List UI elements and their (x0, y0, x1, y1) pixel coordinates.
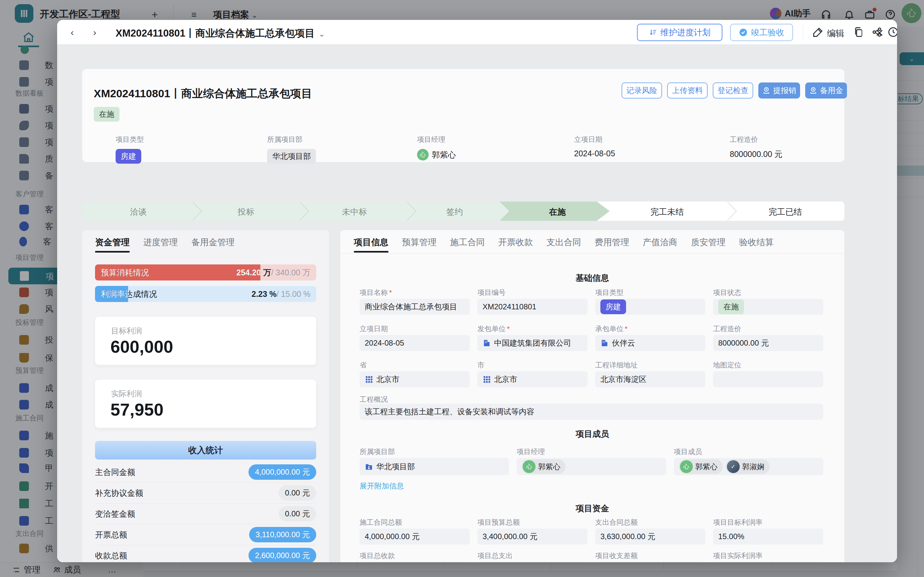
field-project-code[interactable]: XM2024110801 (477, 299, 587, 315)
stage-negotiation[interactable]: 洽谈 (130, 206, 147, 218)
list-item: 开票总额3,110,000.00 元 (95, 524, 316, 545)
tab-quality-safety[interactable]: 质安管理 (691, 237, 726, 248)
forward-button[interactable]: › (93, 27, 96, 38)
summary-field-manager: 项目经理 心郭紫心 (417, 135, 456, 160)
back-button[interactable]: ‹ (71, 27, 74, 38)
project-summary-card: XM2024110801丨商业综合体施工总承包项目 在施 项目类型 房建 所属项… (82, 69, 844, 162)
completion-acceptance-button[interactable]: 竣工验收 (730, 24, 793, 41)
folder-icon (365, 463, 373, 471)
stage-done-settled[interactable]: 完工已结 (769, 206, 802, 218)
field-start-date[interactable]: 2024-08-05 (360, 335, 470, 351)
section-members: 项目成员 (340, 429, 844, 440)
stage-not-won[interactable]: 未中标 (342, 206, 367, 218)
field-manager[interactable]: 心郭紫心 (517, 458, 666, 475)
field-expense-contract-total[interactable]: 3,630,000.00 元 (595, 529, 705, 545)
type-badge: 房建 (116, 149, 141, 164)
field-project-cost[interactable]: 8000000.00 元 (713, 335, 823, 351)
coin-icon (809, 86, 818, 95)
stage-done-unsettled[interactable]: 完工未结 (650, 206, 684, 218)
field-project-type[interactable]: 房建 (595, 299, 705, 315)
field-total-received[interactable]: 2,600,000.00 元 (360, 562, 470, 562)
list-item: 变洽签金额0.00 元 (95, 503, 316, 524)
project-detail-modal: ‹ › XM2024110801丨商业综合体施工总承包项目⌄ 维护进度计划 竣工… (57, 20, 897, 562)
field-balance[interactable]: 57,950.00 元 (595, 562, 705, 562)
finance-panel: 资金管理 进度管理 备用金管理 预算消耗情况254.20 万 / 340.00 … (82, 230, 329, 562)
member-chip: 心郭紫心 (522, 459, 565, 474)
edit-button[interactable]: 编辑 (827, 27, 844, 39)
avatar: ✓ (727, 460, 740, 473)
stage-in-construction[interactable]: 在施 (549, 206, 566, 218)
petty-cash-button[interactable]: 备用金 (805, 82, 847, 98)
copy-icon[interactable] (853, 26, 864, 38)
divider (803, 25, 803, 39)
tab-project-info[interactable]: 项目信息 (354, 237, 389, 248)
divider (862, 25, 862, 39)
record-risk-button[interactable]: 记录风险 (622, 82, 662, 98)
field-contract-total[interactable]: 4,000,000.00 元 (360, 529, 470, 545)
badge-check-icon (739, 28, 748, 37)
tab-construction-contract[interactable]: 施工合同 (450, 237, 485, 248)
maintain-schedule-button[interactable]: 维护进度计划 (637, 24, 722, 41)
stage-signed[interactable]: 签约 (446, 206, 463, 218)
register-inspection-button[interactable]: 登记检查 (713, 82, 753, 98)
tab-budget[interactable]: 预算管理 (402, 237, 437, 248)
stage-bidding[interactable]: 投标 (237, 206, 254, 218)
field-map-location[interactable] (713, 371, 823, 387)
tab-funds[interactable]: 资金管理 (95, 237, 130, 248)
sort-icon (649, 28, 657, 37)
list-item: 主合同金额4,000,000.00 元 (95, 462, 316, 482)
grid-icon (365, 375, 373, 384)
amount-pill: 2,600,000.00 元 (248, 548, 316, 562)
section-funds: 项目资金 (340, 503, 844, 514)
field-address[interactable]: 北京市海淀区 (595, 371, 705, 387)
project-info-panel: 项目信息 预算管理 施工合同 开票收款 支出合同 费用管理 产值洽商 质安管理 … (340, 230, 844, 562)
modal-header: ‹ › XM2024110801丨商业综合体施工总承包项目⌄ 维护进度计划 竣工… (57, 20, 897, 44)
summary-field-cost: 工程造价 8000000.00 元 (730, 135, 782, 160)
avatar: 心 (680, 460, 693, 473)
budget-consumption-bar: 预算消耗情况254.20 万 / 340.00 万 预算消耗情况254.20 万… (95, 264, 316, 280)
field-contractor[interactable]: 伙伴云 (595, 335, 705, 351)
tab-progress[interactable]: 进度管理 (143, 237, 178, 248)
tab-acceptance-settlement[interactable]: 验收结算 (739, 237, 774, 248)
project-title: XM2024110801丨商业综合体施工总承包项目 (94, 86, 312, 101)
field-total-paid[interactable]: 2,542,050.00 元 (477, 562, 587, 562)
tab-petty-cash[interactable]: 备用金管理 (191, 237, 235, 248)
field-members[interactable]: 心郭紫心 ✓郭淑娴 (674, 458, 823, 475)
income-stats-button[interactable]: 收入统计 (95, 441, 316, 459)
member-chip: ✓郭淑娴 (726, 459, 769, 474)
history-clock-icon[interactable] (887, 26, 897, 38)
field-target-profit-rate[interactable]: 15.00% (713, 529, 823, 545)
profit-rate-bar: 利润率达成情况2.23 % / 15.00 % 利润率达成情况 (95, 286, 316, 302)
summary-field-type: 项目类型 房建 (116, 135, 144, 164)
field-city[interactable]: 北京市 (477, 371, 587, 387)
chevron-down-icon: ⌄ (318, 29, 325, 38)
tab-expense-contract[interactable]: 支出合同 (547, 237, 581, 248)
edit-pencil-icon[interactable] (812, 26, 824, 38)
field-project-status[interactable]: 在施 (713, 299, 823, 315)
avatar: 心 (417, 149, 429, 160)
member-chip: 心郭紫心 (679, 459, 723, 474)
stage-stepper[interactable]: 洽谈 投标 未中标 签约 在施 完工未结 完工已结 (82, 201, 844, 221)
field-province[interactable]: 北京市 (360, 371, 470, 387)
summary-field-dept: 所属项目部 华北项目部 (267, 135, 316, 164)
field-budget-total[interactable]: 3,400,000.00 元 (477, 529, 587, 545)
close-icon[interactable]: ✕ (875, 27, 884, 39)
upload-files-button[interactable]: 上传资料 (667, 82, 708, 98)
tab-fees[interactable]: 费用管理 (595, 237, 629, 248)
actual-profit-card: 实际利润 57,950 (95, 380, 316, 428)
overview-label: 工程概况 (360, 395, 388, 405)
field-project-overview[interactable]: 该工程主要包括土建工程、设备安装和调试等内容 (360, 404, 823, 420)
expand-extra-info-link[interactable]: 展开附加信息 (360, 481, 404, 491)
field-client[interactable]: 中国建筑集团有限公司 (477, 335, 587, 351)
submit-expense-button[interactable]: 提报销 (758, 82, 800, 98)
modal-body: XM2024110801丨商业综合体施工总承包项目 在施 项目类型 房建 所属项… (57, 44, 897, 562)
modal-title[interactable]: XM2024110801丨商业综合体施工总承包项目⌄ (116, 27, 325, 40)
target-profit-card: 目标利润 600,000 (95, 317, 316, 365)
list-item: 收款总额2,600,000.00 元 (95, 545, 316, 562)
amount-pill: 0.00 元 (279, 506, 316, 522)
field-project-name[interactable]: 商业综合体施工总承包项目 (360, 299, 470, 315)
field-dept[interactable]: 华北项目部 (360, 458, 509, 475)
tab-output-negotiation[interactable]: 产值洽商 (643, 237, 677, 248)
tab-invoicing[interactable]: 开票收款 (498, 237, 533, 248)
field-actual-profit-rate[interactable]: 2.23% (713, 562, 823, 562)
